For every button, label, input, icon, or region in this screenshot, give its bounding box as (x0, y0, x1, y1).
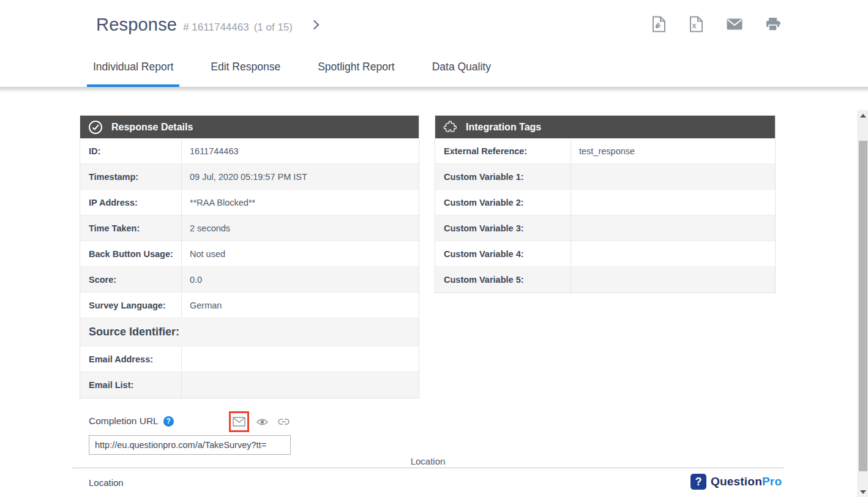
row-value (182, 372, 419, 398)
title-group: Response # 1611744463 (1 of 15) (96, 15, 293, 35)
integration-tags-title: Integration Tags (466, 122, 541, 133)
location-section-title: Location (0, 456, 856, 466)
copy-link-button[interactable] (278, 418, 290, 425)
response-details-header: Response Details (80, 116, 419, 138)
report-tabs: Individual Report Edit Response Spotligh… (87, 49, 522, 87)
completion-url-actions (229, 411, 290, 432)
questionpro-logo-mark-icon: ? (690, 474, 706, 490)
questionpro-logo-text: QuestionPro (711, 475, 782, 488)
row-label: Score: (80, 267, 182, 292)
row-value (571, 190, 775, 215)
page-title: Response (96, 15, 177, 35)
export-excel-button[interactable]: x (689, 16, 703, 32)
row-value: Not used (182, 241, 419, 266)
table-row: Survey Language: German (80, 293, 419, 318)
table-row: Back Button Usage: Not used (80, 241, 419, 267)
logo-text-question: Question (711, 475, 762, 488)
row-value: **RAA Blocked** (182, 190, 419, 215)
row-value: 0.0 (182, 267, 419, 292)
response-number: # 1611744463 (183, 21, 249, 34)
tab-individual-report[interactable]: Individual Report (87, 49, 179, 87)
excel-file-icon: x (689, 16, 703, 32)
help-icon[interactable]: ? (163, 416, 174, 427)
svg-text:x: x (692, 21, 697, 30)
table-row: Email Address: (80, 346, 419, 372)
row-label: Back Button Usage: (80, 241, 182, 266)
questionpro-logo[interactable]: ? QuestionPro (690, 474, 782, 490)
section-divider (72, 468, 784, 468)
printer-icon (766, 18, 780, 31)
row-value: German (182, 293, 419, 318)
table-row: Custom Variable 4: (435, 241, 775, 267)
print-button[interactable] (766, 18, 780, 31)
integration-tags-header: Integration Tags (435, 116, 775, 138)
table-row: External Reference: test_response (435, 138, 775, 164)
row-label: Timestamp: (80, 164, 182, 189)
location-label: Location (89, 477, 124, 488)
row-value: 1611744463 (182, 138, 419, 163)
table-row: Custom Variable 3: (435, 215, 775, 241)
table-row: Custom Variable 5: (435, 267, 775, 293)
table-row: ID: 1611744463 (80, 138, 419, 164)
integration-tags-table: Integration Tags External Reference: tes… (435, 115, 776, 293)
link-icon (278, 418, 290, 425)
row-label: Time Taken: (80, 215, 182, 241)
email-completion-url-button[interactable] (229, 411, 249, 432)
envelope-outline-icon (233, 417, 245, 427)
row-label: Custom Variable 4: (435, 241, 571, 266)
row-label: Email List: (80, 372, 182, 398)
download-pdf-button[interactable] (652, 16, 666, 32)
top-header: Response # 1611744463 (1 of 15) x (0, 0, 868, 49)
row-label: Custom Variable 1: (435, 164, 571, 189)
triangle-down-icon (860, 490, 866, 494)
vertical-scrollbar[interactable] (858, 110, 868, 497)
scroll-up-button[interactable] (858, 110, 868, 121)
row-label: IP Address: (80, 190, 182, 215)
scroll-down-button[interactable] (858, 487, 868, 497)
row-value: 2 seconds (182, 215, 419, 241)
row-value (571, 164, 775, 189)
triangle-up-icon (860, 114, 866, 118)
next-response-chevron-icon[interactable] (310, 20, 320, 30)
row-value (571, 215, 775, 241)
tabbar-shadow (0, 87, 868, 92)
row-value (182, 346, 419, 372)
row-value (571, 267, 775, 293)
table-row: Time Taken: 2 seconds (80, 215, 419, 241)
row-value: 09 Jul, 2020 05:19:57 PM IST (182, 164, 419, 189)
row-label: Custom Variable 3: (435, 215, 571, 241)
row-label: Survey Language: (80, 293, 182, 318)
table-row: Email List: (80, 372, 419, 398)
puzzle-icon (443, 120, 457, 134)
row-label: ID: (80, 138, 182, 163)
pdf-file-icon (652, 16, 666, 32)
header-actions: x (652, 16, 780, 32)
row-value: test_response (571, 138, 775, 163)
envelope-icon (727, 18, 743, 30)
table-row: Timestamp: 09 Jul, 2020 05:19:57 PM IST (80, 164, 419, 190)
source-identifier-section-header: Source Identifier: (80, 318, 419, 346)
email-response-button[interactable] (727, 18, 743, 30)
table-row: Score: 0.0 (80, 267, 419, 293)
check-circle-icon (88, 120, 103, 135)
row-value (571, 241, 775, 266)
scrollbar-thumb[interactable] (859, 141, 867, 471)
tab-data-quality[interactable]: Data Quality (426, 49, 497, 87)
completion-url-group: Completion URL ? (89, 416, 174, 427)
table-row: Custom Variable 2: (435, 190, 775, 215)
preview-url-button[interactable] (256, 418, 268, 426)
completion-url-input[interactable] (89, 435, 291, 455)
row-label: External Reference: (435, 138, 571, 163)
response-count: (1 of 15) (254, 21, 293, 34)
tab-edit-response[interactable]: Edit Response (204, 49, 286, 87)
table-row: Custom Variable 1: (435, 164, 775, 190)
eye-icon (256, 418, 268, 426)
completion-url-label: Completion URL (89, 416, 159, 427)
response-details-title: Response Details (111, 122, 193, 133)
table-row: IP Address: **RAA Blocked** (80, 190, 419, 215)
tab-spotlight-report[interactable]: Spotlight Report (312, 49, 401, 87)
response-details-table: Response Details ID: 1611744463 Timestam… (80, 115, 419, 398)
row-label: Custom Variable 5: (435, 267, 571, 293)
row-label: Custom Variable 2: (435, 190, 571, 215)
row-label: Email Address: (80, 346, 182, 372)
